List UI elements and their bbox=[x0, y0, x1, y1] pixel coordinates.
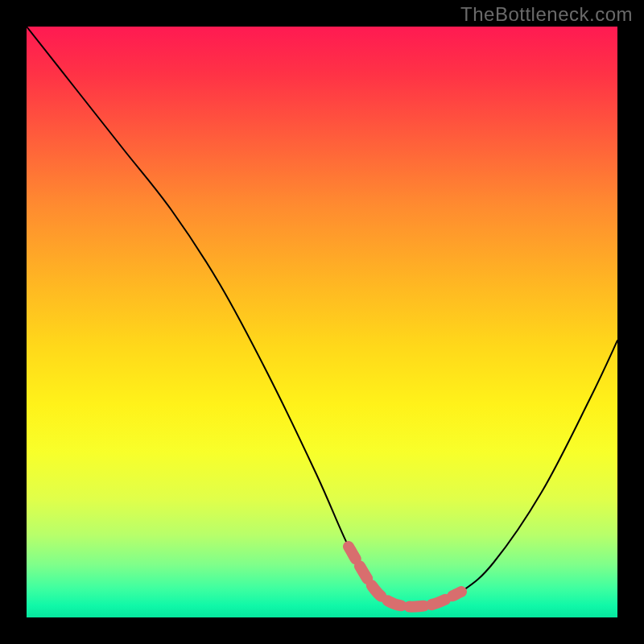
curve-path bbox=[27, 27, 617, 607]
chart-svg bbox=[27, 27, 617, 617]
watermark-text: TheBottleneck.com bbox=[460, 3, 633, 26]
plot-area bbox=[27, 27, 617, 617]
chart-frame: TheBottleneck.com bbox=[0, 0, 644, 644]
highlight-path bbox=[349, 547, 461, 607]
